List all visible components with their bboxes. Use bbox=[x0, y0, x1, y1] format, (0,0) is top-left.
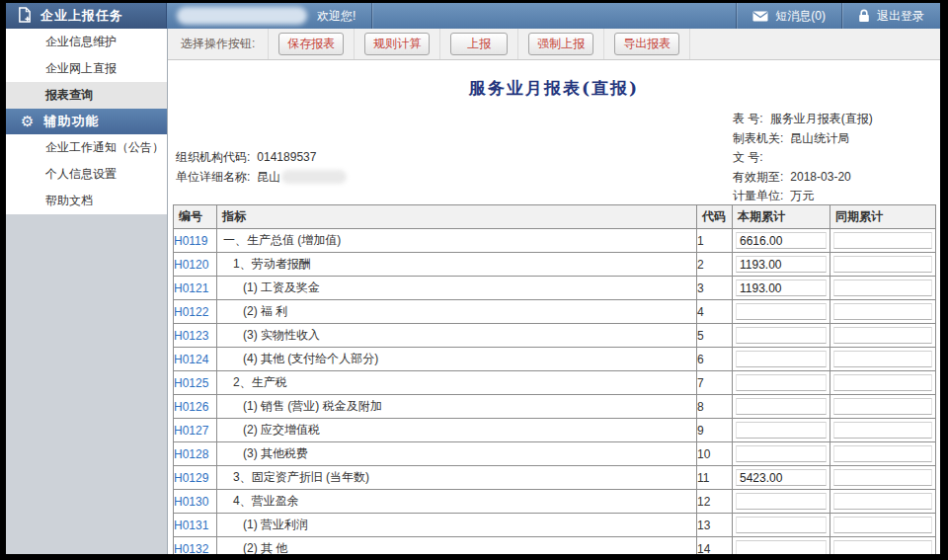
sidebar-group-tasks: 企业信息维护企业网上直报报表查询 bbox=[6, 29, 167, 109]
prior-period-input[interactable] bbox=[833, 422, 932, 439]
report-meta-left: 组织机构代码:014189537单位详细名称:昆山 bbox=[176, 147, 347, 187]
seq-cell: 14 bbox=[697, 537, 733, 555]
prior-period-input[interactable] bbox=[833, 280, 932, 296]
row-code-link[interactable]: H0125 bbox=[174, 376, 208, 390]
col-header: 编号 bbox=[174, 205, 217, 229]
save-report-button[interactable]: 保存报表 bbox=[278, 33, 344, 55]
meta-value: 万元 bbox=[790, 189, 814, 202]
row-code-link[interactable]: H0129 bbox=[174, 471, 208, 485]
prior-period-cell bbox=[830, 490, 936, 514]
lock-icon bbox=[858, 9, 870, 23]
indicator-cell: (2) 其 他 bbox=[217, 537, 697, 555]
current-period-input[interactable] bbox=[736, 351, 827, 367]
current-period-input[interactable] bbox=[736, 232, 827, 249]
sidebar-item-enterprise-work-notice[interactable]: 企业工作通知（公告） bbox=[6, 134, 167, 161]
meta-label: 文 号: bbox=[733, 150, 763, 164]
current-period-cell bbox=[733, 395, 830, 419]
toolbar-cell-rule-calc: 规则计算 bbox=[354, 29, 439, 59]
table-row: H0126(1) 销售 (营业) 税金及附加8 bbox=[174, 395, 936, 419]
code-cell: H0126 bbox=[174, 395, 217, 419]
prior-period-input[interactable] bbox=[833, 303, 932, 320]
meta-value: 2018-03-20 bbox=[790, 170, 850, 184]
sidebar-item-enterprise-online-report[interactable]: 企业网上直报 bbox=[6, 55, 167, 82]
prior-period-input[interactable] bbox=[833, 493, 932, 510]
current-period-input[interactable] bbox=[736, 280, 827, 296]
row-code-link[interactable]: H0131 bbox=[174, 519, 208, 532]
prior-period-input[interactable] bbox=[833, 351, 932, 367]
indicator-cell: (2) 应交增值税 bbox=[217, 419, 697, 442]
current-period-cell bbox=[733, 277, 830, 300]
row-code-link[interactable]: H0119 bbox=[174, 234, 207, 248]
submit-button[interactable]: 上报 bbox=[450, 33, 508, 55]
document-add-icon bbox=[18, 7, 32, 26]
prior-period-input[interactable] bbox=[833, 517, 932, 533]
prior-period-input[interactable] bbox=[833, 327, 932, 344]
export-report-button[interactable]: 导出报表 bbox=[614, 33, 679, 55]
messages-button[interactable]: 短消息(0) bbox=[736, 3, 841, 29]
sidebar-item-personal-info-settings[interactable]: 个人信息设置 bbox=[6, 161, 167, 188]
row-code-link[interactable]: H0120 bbox=[174, 258, 208, 272]
meta-line: 有效期至:2018-03-20 bbox=[733, 168, 873, 188]
table-row: H0128(3) 其他税费10 bbox=[174, 442, 936, 466]
logout-button[interactable]: 退出登录 bbox=[841, 3, 940, 29]
current-period-input[interactable] bbox=[736, 327, 827, 344]
sidebar-item-report-query[interactable]: 报表查询 bbox=[6, 82, 167, 109]
code-cell: H0124 bbox=[174, 348, 217, 371]
prior-period-input[interactable] bbox=[833, 232, 932, 249]
prior-period-cell bbox=[830, 324, 936, 348]
current-period-input[interactable] bbox=[736, 398, 827, 415]
meta-line: 文 号: bbox=[733, 148, 873, 168]
prior-period-input[interactable] bbox=[833, 445, 932, 462]
current-period-input[interactable] bbox=[736, 445, 827, 462]
prior-period-input[interactable] bbox=[833, 540, 932, 554]
row-code-link[interactable]: H0126 bbox=[174, 400, 208, 414]
sidebar-item-enterprise-info-maintenance[interactable]: 企业信息维护 bbox=[6, 29, 167, 55]
sidebar-item-help-docs[interactable]: 帮助文档 bbox=[6, 188, 167, 214]
row-code-link[interactable]: H0127 bbox=[174, 424, 208, 438]
indicator-cell: 2、生产税 bbox=[217, 371, 697, 395]
row-code-link[interactable]: H0122 bbox=[174, 305, 208, 319]
welcome-text: 欢迎您! bbox=[317, 8, 356, 25]
report-area: 服务业月报表(直报) 组织机构代码:014189537单位详细名称:昆山 表 号… bbox=[168, 60, 940, 554]
current-period-cell bbox=[733, 537, 830, 555]
prior-period-input[interactable] bbox=[833, 398, 932, 415]
prior-period-input[interactable] bbox=[833, 469, 932, 486]
sidebar-header-tasks: 企业上报任务 bbox=[6, 3, 167, 29]
row-code-link[interactable]: H0124 bbox=[174, 353, 208, 366]
code-cell: H0121 bbox=[174, 277, 217, 300]
current-period-input[interactable] bbox=[736, 540, 827, 554]
row-code-link[interactable]: H0130 bbox=[174, 495, 208, 509]
current-period-input[interactable] bbox=[736, 374, 827, 391]
meta-label: 计量单位: bbox=[733, 189, 783, 202]
current-period-input[interactable] bbox=[736, 493, 827, 510]
toolbar-label: 选择操作按钮: bbox=[168, 36, 268, 52]
topbar: 企业上报任务 欢迎您! 短消息(0) 退出登录 bbox=[6, 3, 940, 29]
prior-period-input[interactable] bbox=[833, 374, 932, 391]
table-row: H0132(2) 其 他14 bbox=[174, 537, 936, 555]
seq-cell: 12 bbox=[697, 490, 733, 514]
indicator-cell: (3) 实物性收入 bbox=[217, 324, 697, 348]
seq-cell: 9 bbox=[697, 419, 733, 442]
meta-label: 单位详细名称: bbox=[176, 170, 250, 184]
prior-period-input[interactable] bbox=[833, 256, 932, 273]
code-cell: H0132 bbox=[174, 537, 217, 555]
prior-period-cell bbox=[830, 514, 936, 537]
current-period-input[interactable] bbox=[736, 422, 827, 439]
current-period-cell bbox=[733, 229, 830, 253]
toolbar-cell-export-report: 导出报表 bbox=[603, 29, 690, 59]
meta-label: 组织机构代码: bbox=[176, 150, 250, 164]
row-code-link[interactable]: H0123 bbox=[174, 329, 208, 343]
table-row: H0124(4) 其他 (支付给个人部分)6 bbox=[174, 348, 936, 371]
row-code-link[interactable]: H0121 bbox=[174, 281, 208, 295]
current-period-cell bbox=[733, 300, 830, 324]
row-code-link[interactable]: H0132 bbox=[174, 542, 208, 555]
current-period-cell bbox=[733, 466, 830, 490]
current-period-input[interactable] bbox=[736, 517, 827, 533]
rule-calc-button[interactable]: 规则计算 bbox=[364, 33, 430, 55]
current-period-input[interactable] bbox=[736, 303, 827, 320]
force-submit-button[interactable]: 强制上报 bbox=[528, 33, 593, 55]
current-period-input[interactable] bbox=[736, 469, 827, 486]
seq-cell: 1 bbox=[697, 229, 733, 253]
row-code-link[interactable]: H0128 bbox=[174, 447, 208, 461]
current-period-input[interactable] bbox=[736, 256, 827, 273]
